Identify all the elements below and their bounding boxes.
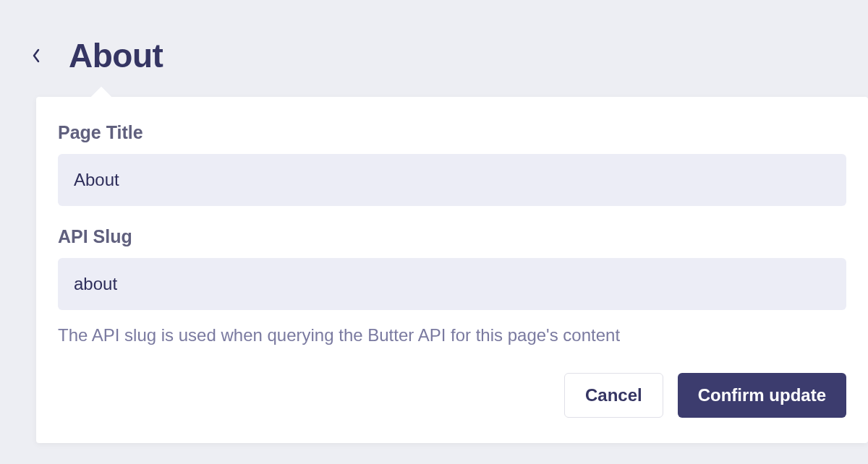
confirm-update-button[interactable]: Confirm update — [678, 373, 846, 418]
api-slug-field-group: API Slug The API slug is used when query… — [58, 226, 846, 348]
content-area: Page Title API Slug The API slug is used… — [0, 97, 868, 443]
cancel-button[interactable]: Cancel — [564, 373, 663, 418]
page-title-field-group: Page Title — [58, 122, 846, 206]
chevron-left-icon — [30, 47, 42, 64]
edit-card: Page Title API Slug The API slug is used… — [36, 97, 868, 443]
api-slug-input[interactable] — [58, 258, 846, 310]
api-slug-label: API Slug — [58, 226, 846, 247]
page-header: About — [0, 0, 868, 97]
page-title-label: Page Title — [58, 122, 846, 143]
back-button[interactable] — [22, 41, 51, 70]
api-slug-help-text: The API slug is used when querying the B… — [58, 323, 846, 348]
page-title: About — [69, 36, 163, 75]
action-buttons: Cancel Confirm update — [58, 373, 846, 418]
page-title-input[interactable] — [58, 154, 846, 206]
